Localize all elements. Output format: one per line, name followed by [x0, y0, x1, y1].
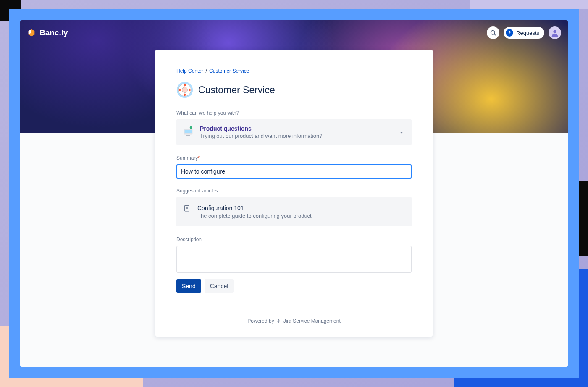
brand-name: Banc.ly: [39, 28, 68, 37]
request-type-select[interactable]: Product questions Trying out our product…: [176, 119, 412, 145]
outer-frame: Banc.ly 2 Requests: [9, 9, 579, 378]
requests-label: Requests: [516, 30, 539, 36]
help-with-label: What can we help you with?: [176, 110, 412, 116]
title-row: Customer Service: [176, 82, 412, 98]
svg-point-4: [553, 30, 556, 33]
breadcrumb: Help Center / Customer Service: [176, 68, 412, 74]
requests-badge: 2: [506, 29, 513, 37]
bolt-icon: [276, 318, 282, 324]
svg-point-13: [190, 126, 192, 129]
search-icon: [490, 29, 496, 36]
suggested-article[interactable]: Configuration 101 The complete guide to …: [176, 197, 412, 226]
article-icon: [183, 205, 191, 212]
button-row: Send Cancel: [176, 279, 412, 293]
svg-rect-11: [185, 130, 192, 133]
powered-prefix: Powered by: [247, 318, 274, 324]
computer-icon: [182, 125, 195, 138]
powered-product: Jira Service Management: [284, 318, 341, 324]
summary-label-text: Summary: [176, 155, 198, 161]
svg-line-3: [494, 34, 496, 35]
topbar-right: 2 Requests: [487, 26, 561, 39]
request-card: Help Center / Customer Service: [155, 50, 433, 337]
brand[interactable]: Banc.ly: [27, 28, 68, 37]
svg-point-2: [491, 31, 495, 34]
article-title: Configuration 101: [197, 205, 404, 211]
description-input[interactable]: [176, 246, 412, 273]
request-type-title: Product questions: [200, 125, 393, 132]
requests-button[interactable]: 2 Requests: [504, 27, 544, 39]
description-label: Description: [176, 237, 412, 242]
breadcrumb-root[interactable]: Help Center: [176, 68, 203, 74]
summary-label: Summary*: [176, 155, 412, 161]
chevron-down-icon: [399, 130, 404, 135]
article-desc: The complete guide to configuring your p…: [197, 213, 404, 219]
decoration: [470, 0, 588, 9]
request-type-desc: Trying out our product and want more inf…: [200, 133, 393, 139]
breadcrumb-current[interactable]: Customer Service: [209, 68, 249, 74]
page-title: Customer Service: [198, 84, 275, 96]
svg-rect-12: [186, 135, 190, 136]
required-star: *: [198, 155, 200, 161]
summary-input[interactable]: [176, 164, 412, 179]
search-button[interactable]: [487, 26, 499, 39]
avatar[interactable]: [549, 26, 561, 39]
app-window: Banc.ly 2 Requests: [20, 20, 568, 367]
lifebuoy-icon: [176, 82, 193, 98]
send-button[interactable]: Send: [176, 279, 201, 293]
cancel-button[interactable]: Cancel: [205, 279, 234, 293]
avatar-icon: [550, 28, 559, 37]
backdrop: Banc.ly 2 Requests: [0, 0, 588, 387]
powered-by: Powered by Jira Service Management: [176, 318, 412, 324]
topbar: Banc.ly 2 Requests: [27, 25, 561, 40]
brand-logo-icon: [27, 28, 36, 37]
suggested-label: Suggested articles: [176, 188, 412, 194]
breadcrumb-separator: /: [205, 68, 208, 74]
